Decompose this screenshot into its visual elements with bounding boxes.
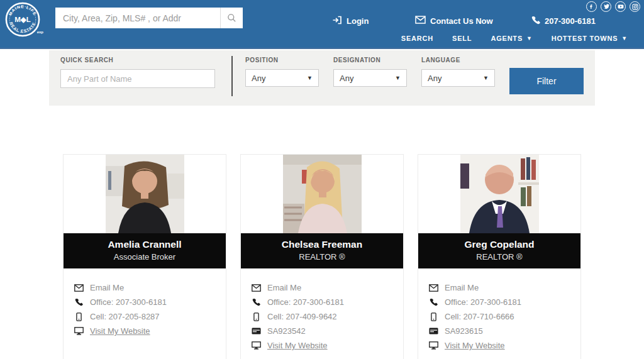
agent-photo[interactable]: [106, 155, 184, 233]
header-phone-link[interactable]: 207-300-6181: [531, 16, 596, 26]
quick-search-label: QUICK SEARCH: [60, 57, 215, 64]
agent-banner: Greg Copeland REALTOR ®: [418, 233, 580, 268]
quick-search-input[interactable]: [60, 69, 215, 88]
agent-photo[interactable]: [283, 155, 362, 233]
mobile-icon: [251, 312, 262, 321]
phone-icon: [531, 16, 540, 26]
position-label: POSITION: [245, 57, 319, 64]
property-search: [55, 8, 243, 28]
youtube-icon[interactable]: [615, 1, 626, 12]
instagram-icon[interactable]: [630, 1, 640, 12]
email-row[interactable]: Email Me: [251, 284, 393, 292]
mobile-icon: [74, 312, 84, 321]
website-link[interactable]: Visit My Website: [445, 341, 505, 350]
login-button[interactable]: Login: [332, 16, 369, 26]
agent-banner: Chelsea Freeman REALTOR ®: [241, 233, 403, 268]
chevron-down-icon: ▼: [526, 36, 533, 41]
chevron-down-icon: ▼: [621, 36, 628, 41]
email-row[interactable]: Email Me: [428, 284, 570, 292]
language-label: LANGUAGE: [421, 57, 495, 64]
phone-icon: [428, 298, 439, 306]
position-select[interactable]: Any ▼: [245, 69, 319, 87]
site-header: MAINE LIFE REAL ESTATE M◆L exp Login: [0, 0, 644, 49]
email-row[interactable]: Email Me: [74, 284, 216, 292]
chevron-down-icon: ▼: [395, 75, 401, 81]
monitor-icon: [251, 341, 262, 350]
header-phone-number: 207-300-6181: [545, 16, 596, 26]
agent-details: Email Me Office: 207-300-6181 Cell: 207-…: [241, 268, 403, 350]
agent-title: Associate Broker: [66, 252, 223, 262]
envelope-icon: [415, 16, 426, 26]
contact-us-label: Contact Us Now: [430, 16, 493, 26]
filter-button[interactable]: Filter: [509, 68, 584, 94]
website-link[interactable]: Visit My Website: [90, 326, 150, 336]
nav-item-hottest-towns[interactable]: HOTTEST TOWNS ▼: [552, 35, 628, 42]
main-nav: SEARCH SELL AGENTS ▼ HOTTEST TOWNS ▼: [401, 35, 628, 42]
envelope-icon: [428, 284, 439, 292]
office-phone-row: Office: 207-300-6181: [428, 298, 570, 306]
agent-card: Amelia Crannell Associate Broker Email M…: [63, 154, 226, 359]
agent-list: Amelia Crannell Associate Broker Email M…: [63, 154, 581, 359]
agent-photo[interactable]: [460, 155, 539, 233]
website-row[interactable]: Visit My Website: [74, 327, 216, 335]
sign-in-icon: [332, 16, 342, 26]
contact-us-button[interactable]: Contact Us Now: [415, 16, 493, 26]
facebook-icon[interactable]: [586, 1, 597, 12]
twitter-icon[interactable]: [601, 1, 611, 12]
agent-card: Greg Copeland REALTOR ® Email Me Office:…: [418, 154, 581, 359]
agent-title: REALTOR ®: [421, 252, 578, 262]
envelope-icon: [74, 284, 84, 292]
license-row: SA923542: [251, 327, 393, 335]
nav-item-sell[interactable]: SELL: [452, 35, 472, 42]
nav-item-agents[interactable]: AGENTS ▼: [491, 35, 532, 42]
designation-label: DESIGNATION: [333, 57, 407, 64]
agent-banner: Amelia Crannell Associate Broker: [64, 233, 226, 268]
license-card-icon: [251, 328, 262, 334]
envelope-icon: [251, 284, 262, 292]
website-row[interactable]: Visit My Website: [251, 341, 393, 350]
cell-phone-row: Cell: 207-205-8287: [74, 312, 216, 321]
phone-icon: [251, 298, 262, 306]
monitor-icon: [74, 327, 84, 335]
license-row: SA923615: [428, 327, 570, 335]
mobile-icon: [428, 312, 439, 321]
phone-icon: [74, 298, 84, 306]
agent-filter-panel: QUICK SEARCH POSITION Any ▼ DESIGNATION …: [49, 50, 595, 106]
office-phone-row: Office: 207-300-6181: [74, 298, 216, 306]
designation-select[interactable]: Any ▼: [333, 69, 407, 87]
agent-details: Email Me Office: 207-300-6181 Cell: 207-…: [64, 268, 226, 335]
exp-brand-label: exp: [37, 30, 43, 34]
monitor-icon: [428, 341, 439, 350]
agent-name: Greg Copeland: [421, 239, 578, 250]
login-label: Login: [347, 16, 369, 26]
logo-monogram: M◆L: [14, 15, 31, 23]
chevron-down-icon: ▼: [483, 75, 489, 81]
license-card-icon: [428, 328, 439, 334]
language-select[interactable]: Any ▼: [421, 69, 495, 87]
site-logo[interactable]: MAINE LIFE REAL ESTATE M◆L exp: [4, 1, 41, 38]
agent-details: Email Me Office: 207-300-6181 Cell: 207-…: [418, 268, 580, 350]
cell-phone-row: Cell: 207-710-6666: [428, 312, 570, 321]
social-links: [586, 1, 640, 12]
agent-title: REALTOR ®: [243, 252, 401, 262]
agent-name: Chelsea Freeman: [243, 239, 401, 250]
website-row[interactable]: Visit My Website: [428, 341, 570, 350]
agent-name: Amelia Crannell: [66, 239, 223, 250]
property-search-input[interactable]: [55, 8, 220, 28]
agent-card: Chelsea Freeman REALTOR ® Email Me Offic…: [240, 154, 404, 359]
filter-divider: [231, 56, 233, 96]
cell-phone-row: Cell: 207-409-9642: [251, 312, 393, 321]
search-submit-button[interactable]: [220, 8, 243, 28]
office-phone-row: Office: 207-300-6181: [251, 298, 393, 306]
chevron-down-icon: ▼: [307, 75, 313, 81]
nav-item-search[interactable]: SEARCH: [401, 35, 433, 42]
search-icon: [227, 13, 236, 23]
website-link[interactable]: Visit My Website: [267, 341, 328, 350]
